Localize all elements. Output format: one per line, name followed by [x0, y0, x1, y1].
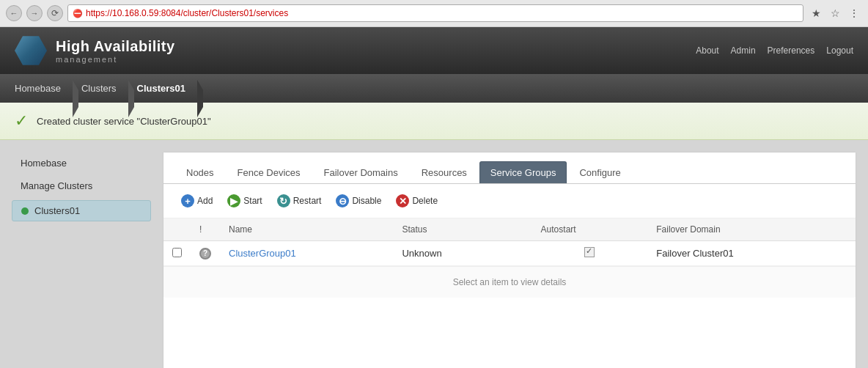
delete-label: Delete — [412, 196, 438, 206]
toolbar: + Add ▶ Start ↻ Restart ⊖ Disable ✕ Dele… — [163, 184, 856, 218]
row-autostart-cell — [532, 241, 648, 266]
nav-logout[interactable]: Logout — [826, 45, 853, 56]
delete-icon: ✕ — [396, 194, 409, 207]
secure-icon: ⛔ — [73, 9, 83, 18]
breadcrumb-homebase[interactable]: Homebase — [15, 80, 73, 97]
forward-button[interactable]: → — [26, 5, 43, 21]
delete-button[interactable]: ✕ Delete — [390, 191, 444, 210]
tabs-bar: Nodes Fence Devices Failover Domains Res… — [163, 152, 856, 184]
add-button[interactable]: + Add — [175, 191, 218, 210]
refresh-button[interactable]: ⟳ — [47, 5, 63, 21]
row-status-cell: Unknown — [393, 241, 532, 266]
col-failover-header: Failover Domain — [647, 218, 856, 241]
autostart-checkbox — [584, 247, 595, 257]
add-icon: + — [181, 194, 194, 207]
app-subtitle: management — [56, 55, 175, 64]
col-status-header: Status — [393, 218, 532, 241]
row-status-text: Unknown — [402, 248, 441, 259]
row-failover-text: Failover Cluster01 — [656, 248, 734, 259]
logo-icon — [15, 34, 47, 67]
nav-admin[interactable]: Admin — [731, 45, 756, 56]
service-groups-table: ! Name Status Autostart Failover Domain … — [163, 218, 856, 266]
app-header: High Availability management About Admin… — [0, 27, 868, 74]
table-header-row: ! Name Status Autostart Failover Domain — [163, 218, 856, 241]
menu-icon[interactable]: ⋮ — [846, 5, 862, 21]
bookmark-icon[interactable]: ★ — [808, 5, 824, 21]
start-icon: ▶ — [227, 194, 240, 207]
restart-label: Restart — [293, 196, 322, 206]
app-title: High Availability — [56, 38, 175, 55]
tab-nodes[interactable]: Nodes — [175, 161, 225, 183]
start-label: Start — [243, 196, 262, 206]
main-content: Nodes Fence Devices Failover Domains Res… — [163, 152, 856, 368]
success-message: Created cluster service "ClusterGroup01" — [37, 116, 211, 127]
cluster-name: Clusters01 — [34, 205, 80, 216]
sidebar: Homebase Manage Clusters Clusters01 — [12, 152, 151, 368]
select-footer-text: Select an item to view details — [453, 277, 567, 287]
select-footer: Select an item to view details — [163, 266, 856, 298]
disable-button[interactable]: ⊖ Disable — [330, 191, 387, 210]
breadcrumb-clusters[interactable]: Clusters — [73, 80, 128, 97]
url-bar[interactable]: ⛔ https://10.168.0.59:8084/cluster/Clust… — [67, 4, 803, 22]
row-checkbox-cell[interactable] — [163, 241, 191, 266]
row-checkbox[interactable] — [172, 248, 182, 257]
cluster-group-link[interactable]: ClusterGroup01 — [229, 248, 296, 259]
col-checkbox-header — [163, 218, 191, 241]
row-failover-cell: Failover Cluster01 — [647, 241, 856, 266]
tab-service-groups[interactable]: Service Groups — [479, 161, 567, 183]
page-body: Homebase Manage Clusters Clusters01 Node… — [0, 140, 868, 368]
back-button[interactable]: ← — [6, 5, 22, 21]
success-icon: ✓ — [15, 111, 28, 130]
tab-resources[interactable]: Resources — [411, 161, 478, 183]
app-logo: High Availability management — [15, 34, 175, 67]
app-nav-links: About Admin Preferences Logout — [696, 45, 853, 56]
col-name-header: Name — [220, 218, 393, 241]
tab-failover-domains[interactable]: Failover Domains — [313, 161, 409, 183]
unknown-icon: ? — [199, 248, 211, 260]
restart-button[interactable]: ↻ Restart — [271, 191, 328, 210]
url-text: https://10.168.0.59:8084/cluster/Cluster… — [86, 8, 288, 18]
nav-preferences[interactable]: Preferences — [768, 45, 815, 56]
col-autostart-header: Autostart — [532, 218, 648, 241]
breadcrumb: Homebase Clusters Clusters01 — [0, 74, 868, 103]
logo-text: High Availability management — [56, 38, 175, 64]
row-name-cell[interactable]: ClusterGroup01 — [220, 241, 393, 266]
restart-icon: ↻ — [277, 194, 290, 207]
row-status-icon-cell: ? — [191, 241, 220, 266]
star-icon[interactable]: ☆ — [827, 5, 843, 21]
sidebar-manage-clusters[interactable]: Manage Clusters — [12, 174, 151, 197]
add-label: Add — [197, 196, 213, 206]
disable-label: Disable — [352, 196, 381, 206]
table-row[interactable]: ? ClusterGroup01 Unknown Failover Cluste… — [163, 241, 856, 266]
sidebar-homebase[interactable]: Homebase — [12, 152, 151, 174]
breadcrumb-clusters01[interactable]: Clusters01 — [128, 80, 197, 97]
cluster-status-dot — [21, 207, 29, 215]
col-icon-header: ! — [191, 218, 220, 241]
sidebar-cluster-item[interactable]: Clusters01 — [12, 200, 151, 221]
disable-icon: ⊖ — [336, 194, 349, 207]
browser-chrome: ← → ⟳ ⛔ https://10.168.0.59:8084/cluster… — [0, 0, 868, 27]
start-button[interactable]: ▶ Start — [221, 191, 268, 210]
tab-configure[interactable]: Configure — [568, 161, 631, 183]
tab-fence-devices[interactable]: Fence Devices — [227, 161, 312, 183]
nav-about[interactable]: About — [696, 45, 718, 56]
